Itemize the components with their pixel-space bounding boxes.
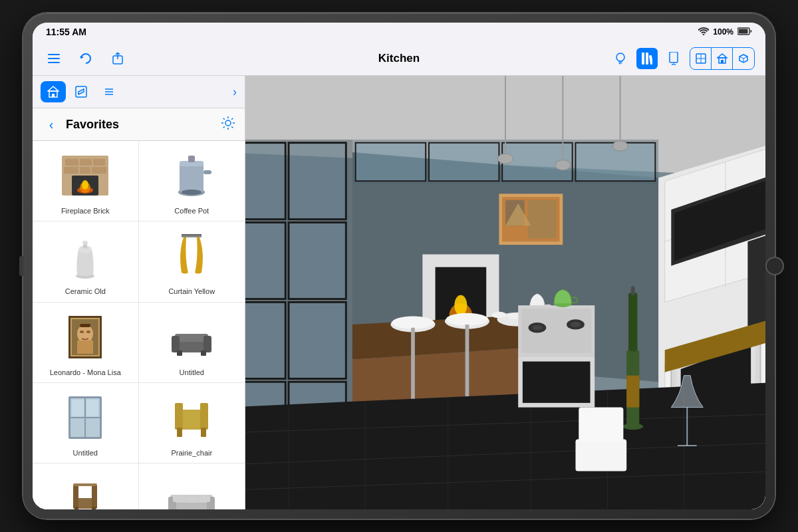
item-label: Untitled (180, 368, 204, 377)
svg-rect-3 (48, 58, 60, 59)
list-item[interactable]: Chair_002 (33, 464, 139, 509)
side-button[interactable] (19, 256, 23, 276)
svg-rect-60 (77, 340, 93, 354)
list-item[interactable]: Coffee Pot (139, 141, 245, 221)
svg-rect-74 (72, 400, 84, 416)
list-item[interactable]: Curtain Yellow (139, 221, 245, 302)
menu-button[interactable] (43, 48, 65, 69)
svg-rect-19 (721, 60, 724, 63)
item-thumbnail-chair002 (59, 471, 112, 509)
svg-rect-79 (177, 428, 182, 437)
svg-rect-75 (86, 400, 98, 416)
svg-marker-17 (718, 54, 727, 58)
list-item[interactable]: Untitled (139, 303, 245, 383)
sidebar-tabs: › (33, 76, 245, 108)
svg-marker-21 (739, 55, 747, 59)
svg-rect-38 (92, 167, 106, 174)
sidebar-header: ‹ Favorites (33, 108, 245, 141)
svg-rect-84 (73, 483, 97, 486)
home-button[interactable] (765, 257, 784, 275)
sidebar: › ‹ Favorites (33, 76, 245, 509)
status-time: 11:55 AM (46, 27, 86, 37)
svg-rect-44 (180, 162, 203, 192)
svg-point-62 (86, 331, 90, 333)
svg-rect-34 (80, 159, 92, 166)
share-button[interactable] (107, 48, 128, 69)
svg-marker-27 (78, 89, 84, 94)
svg-rect-167 (575, 440, 626, 471)
svg-rect-98 (245, 143, 285, 219)
status-bar: 11:55 AM 100% (33, 23, 765, 41)
svg-point-42 (82, 180, 88, 190)
list-item[interactable]: Ceramic Old (33, 221, 139, 302)
3d-view-button[interactable] (733, 48, 754, 69)
item-label: Leonardo - Mona Lisa (50, 368, 121, 377)
svg-rect-1 (739, 29, 748, 33)
svg-line-12 (672, 64, 674, 65)
svg-rect-162 (626, 376, 639, 408)
svg-rect-78 (200, 403, 208, 430)
toolbar-left (43, 48, 128, 69)
svg-rect-168 (579, 408, 623, 443)
status-icons: 100% (698, 27, 752, 37)
settings-icon[interactable] (221, 116, 235, 134)
floor-plan-button[interactable] (690, 48, 712, 69)
list-item[interactable]: Leonardo - Mona Lisa (33, 303, 139, 383)
svg-rect-66 (172, 336, 180, 352)
svg-rect-100 (245, 223, 285, 299)
toolbar-right (610, 47, 755, 70)
svg-rect-80 (201, 428, 206, 437)
light-bulb-button[interactable] (610, 48, 631, 69)
tab-home[interactable] (41, 81, 66, 102)
svg-rect-9 (646, 53, 648, 65)
svg-rect-91 (173, 495, 185, 502)
svg-rect-92 (186, 495, 198, 502)
tab-draw[interactable] (68, 81, 94, 102)
svg-rect-77 (175, 403, 183, 430)
svg-point-143 (446, 313, 488, 326)
svg-rect-4 (48, 62, 60, 63)
undo-button[interactable] (75, 48, 96, 69)
3d-view[interactable] (245, 76, 765, 509)
svg-rect-102 (245, 302, 285, 378)
svg-rect-63 (80, 324, 90, 327)
svg-point-61 (80, 331, 84, 333)
list-item[interactable]: Sofa3x_amazing (139, 464, 245, 509)
more-tabs-button[interactable]: › (233, 85, 237, 99)
svg-rect-82 (73, 485, 78, 509)
svg-point-129 (497, 154, 513, 164)
svg-rect-108 (429, 143, 499, 182)
svg-rect-65 (175, 334, 208, 342)
item-label: Prairie_chair (171, 448, 212, 458)
items-grid: Fireplace Brick (33, 141, 245, 509)
svg-rect-163 (628, 293, 637, 351)
svg-rect-181 (523, 362, 591, 403)
item-label: Coffee Pot (174, 206, 209, 215)
battery-percentage: 100% (713, 27, 733, 37)
item-label: Curtain Yellow (168, 287, 215, 296)
svg-rect-83 (92, 485, 97, 509)
battery-icon (737, 27, 752, 37)
svg-rect-2 (48, 54, 60, 55)
list-item[interactable]: Fireplace Brick (33, 141, 139, 221)
svg-rect-11 (670, 52, 678, 63)
tablet-device: 11:55 AM 100% (23, 13, 775, 519)
svg-point-53 (82, 241, 88, 245)
svg-rect-99 (289, 143, 346, 219)
tab-list[interactable] (96, 81, 122, 102)
svg-point-7 (616, 53, 624, 61)
list-item[interactable]: Prairie_chair (139, 383, 245, 464)
home-view-button[interactable] (712, 48, 733, 69)
svg-rect-101 (289, 223, 346, 299)
library-button[interactable] (636, 48, 658, 69)
info-button[interactable] (663, 48, 684, 69)
item-thumbnail-window (59, 391, 112, 444)
item-thumbnail-curtain (165, 229, 218, 283)
svg-rect-10 (649, 55, 652, 64)
back-button[interactable]: ‹ (42, 115, 61, 134)
sidebar-title: Favorites (66, 118, 221, 132)
item-label: Fireplace Brick (61, 206, 110, 215)
list-item[interactable]: Untitled (33, 383, 139, 464)
svg-point-139 (392, 316, 434, 329)
item-label: Untitled (73, 448, 98, 458)
